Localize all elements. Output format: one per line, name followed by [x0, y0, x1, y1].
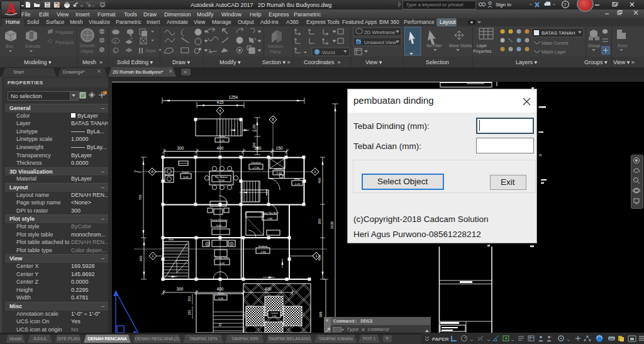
svg-text:+7.50: +7.50	[253, 166, 260, 169]
svg-text:400: 400	[217, 146, 224, 150]
svg-text:0.00: 0.00	[219, 262, 225, 265]
svg-text:300: 300	[318, 218, 321, 224]
svg-text:Ruang Tidur Anak: Ruang Tidur Anak	[261, 212, 279, 214]
svg-text:0.20: 0.20	[219, 139, 225, 142]
svg-text:PAPER: PAPER	[432, 336, 449, 342]
svg-text:400: 400	[318, 255, 321, 260]
svg-text:300: 300	[177, 287, 184, 291]
svg-text:200: 200	[187, 296, 191, 302]
svg-text:1254: 1254	[229, 95, 238, 99]
svg-text:400: 400	[139, 255, 143, 261]
svg-text:Teras: Teras	[219, 135, 225, 138]
svg-text:2: 2	[151, 170, 153, 174]
svg-text:300: 300	[177, 146, 184, 150]
svg-text:Pl: Pl	[539, 153, 541, 157]
svg-text:700: 700	[138, 194, 142, 200]
svg-text:0.00: 0.00	[272, 315, 277, 318]
svg-text:415: 415	[217, 100, 224, 104]
svg-text:150: 150	[187, 310, 191, 316]
svg-text:Ruang Tamu: Ruang Tamu	[215, 256, 230, 259]
svg-text:Gudang: Gudang	[258, 245, 269, 248]
svg-text:1: 1	[152, 254, 153, 258]
svg-text:150: 150	[276, 146, 283, 150]
svg-text:250: 250	[255, 146, 262, 150]
svg-text:4: 4	[219, 109, 221, 113]
svg-text:585: 585	[319, 311, 323, 317]
svg-text:Dapur: Dapur	[182, 170, 189, 174]
svg-text:Carport: Carport	[270, 312, 279, 314]
svg-text:81: 81	[219, 323, 222, 326]
svg-text:-1.40: -1.40	[275, 172, 282, 175]
svg-text:Teras: Teras	[218, 292, 224, 295]
svg-text:2: 2	[314, 170, 316, 174]
svg-text:8: 8	[272, 118, 274, 121]
svg-text:20.00: 20.00	[218, 179, 225, 182]
svg-text:Naik: Naik	[169, 238, 174, 241]
svg-text:KM/WC: KM/WC	[274, 167, 283, 170]
svg-text:-1.20: -1.20	[294, 182, 301, 186]
svg-text:Teras: Teras	[294, 177, 300, 180]
svg-text:150: 150	[252, 124, 256, 130]
svg-text:-1.86: -1.86	[260, 250, 266, 253]
svg-text:400: 400	[318, 177, 321, 183]
svg-text:0.06: 0.06	[216, 224, 222, 227]
svg-text:Istirahat: Istirahat	[252, 161, 262, 164]
svg-text:0.30: 0.30	[218, 297, 224, 300]
svg-text:Ruang Keluarga: Ruang Keluarga	[210, 219, 228, 221]
svg-text:1.80: 1.80	[267, 217, 273, 220]
svg-text:0.00: 0.00	[183, 175, 189, 179]
svg-text:400: 400	[217, 287, 224, 291]
svg-text:2035: 2035	[330, 221, 334, 229]
